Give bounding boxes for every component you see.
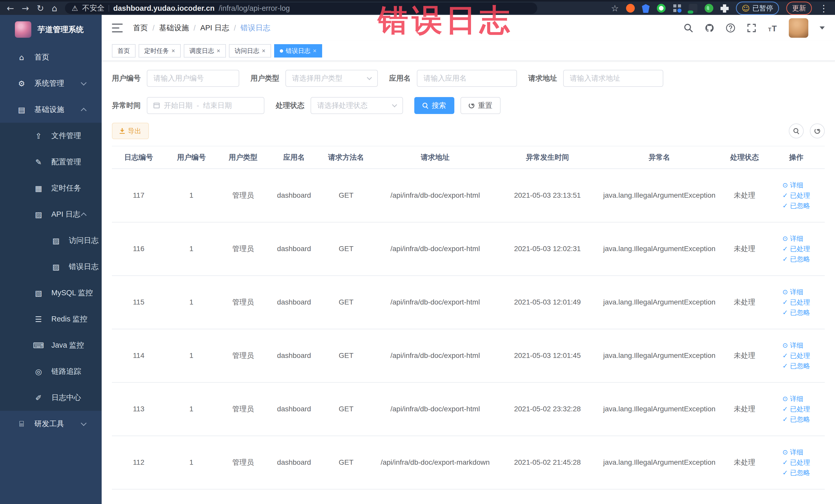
column-header: 请求地址 <box>373 146 497 169</box>
mark-ignored-link[interactable]: ✓ 已忽略 <box>782 363 810 369</box>
mark-processed-link[interactable]: ✓ 已处理 <box>782 192 810 199</box>
bookmark-star-icon[interactable]: ☆ <box>611 3 618 13</box>
tag[interactable]: 调度日志 × <box>184 44 226 58</box>
sidebar-item[interactable]: ⌂ 首页 <box>0 44 102 70</box>
sidebar-item[interactable]: ⚙ 系统管理 <box>0 70 102 97</box>
cell-request-url: /api/infra/db-doc/export-html <box>373 169 497 222</box>
sidebar-item-icon: ⚙ <box>16 79 27 88</box>
browser-menu-icon[interactable]: ⋮ <box>819 3 828 14</box>
paused-badge[interactable]: ☺ 已暂停 <box>736 2 779 15</box>
user-id-input[interactable] <box>147 70 239 87</box>
column-header: 用户类型 <box>218 146 269 169</box>
date-range-picker[interactable]: 开始日期 - 结束日期 <box>147 97 264 114</box>
sidebar-item[interactable]: ◎ 链路追踪 <box>0 358 102 385</box>
detail-link[interactable]: ⊙ 详细 <box>782 235 810 242</box>
font-size-icon[interactable]: TT <box>768 23 777 33</box>
cell-status: 未处理 <box>721 169 768 222</box>
detail-link[interactable]: ⊙ 详细 <box>782 182 810 188</box>
cell-user-type: 管理员 <box>218 382 269 436</box>
mark-ignored-link[interactable]: ✓ 已忽略 <box>782 416 810 423</box>
avatar-caret-icon[interactable] <box>820 26 825 29</box>
sidebar-item[interactable]: ⌸ 研发工具 <box>0 411 102 437</box>
detail-link[interactable]: ⊙ 详细 <box>782 288 810 295</box>
request-url-input[interactable] <box>563 70 663 87</box>
tag-close-icon[interactable]: × <box>313 48 317 54</box>
eye-icon: ⊙ <box>782 235 788 242</box>
tag[interactable]: 首页 <box>112 44 136 58</box>
tag[interactable]: 错误日志 × <box>274 44 322 58</box>
tag[interactable]: 定时任务 × <box>139 44 181 58</box>
eye-icon: ⊙ <box>782 288 788 295</box>
search-button[interactable]: 搜索 <box>414 97 454 114</box>
toggle-search-button[interactable] <box>789 123 804 138</box>
sidebar-item[interactable]: ▨ 访问日志 <box>0 227 102 254</box>
detail-link[interactable]: ⊙ 详细 <box>782 396 810 402</box>
sidebar-toggle-icon[interactable] <box>112 24 123 32</box>
extension-grid-icon[interactable] <box>673 4 681 13</box>
sidebar-item[interactable]: ☰ Redis 监控 <box>0 306 102 332</box>
sidebar-item-label: 配置管理 <box>51 157 81 167</box>
paused-badge-label: 已暂停 <box>752 4 773 13</box>
app-name-input[interactable] <box>417 70 517 87</box>
check-icon: ✓ <box>782 363 788 369</box>
user-type-select[interactable]: 请选择用户类型 <box>285 70 378 87</box>
extension-green-icon[interactable] <box>657 4 666 13</box>
sidebar-item[interactable]: ✎ 配置管理 <box>0 149 102 175</box>
sidebar-item[interactable]: ▨ 错误日志 <box>0 254 102 280</box>
help-icon[interactable] <box>726 23 735 33</box>
forward-icon[interactable]: → <box>22 4 29 13</box>
mark-ignored-link[interactable]: ✓ 已忽略 <box>782 256 810 262</box>
sidebar-item[interactable]: ▧ MySQL 监控 <box>0 280 102 306</box>
check-icon: ✓ <box>782 309 788 316</box>
detail-link[interactable]: ⊙ 详细 <box>782 342 810 349</box>
sidebar-item-icon: ⌸ <box>16 419 27 428</box>
tag[interactable]: 访问日志 × <box>229 44 271 58</box>
mark-processed-link[interactable]: ✓ 已处理 <box>782 459 810 466</box>
tag-close-icon[interactable]: × <box>262 48 265 54</box>
mark-ignored-link[interactable]: ✓ 已忽略 <box>782 309 810 316</box>
extension-leaf-icon[interactable] <box>705 4 713 13</box>
update-button[interactable]: 更新 <box>786 2 812 15</box>
home-icon[interactable]: ⌂ <box>52 4 58 13</box>
github-icon[interactable] <box>705 23 714 33</box>
fullscreen-icon[interactable] <box>747 23 756 33</box>
breadcrumb-home[interactable]: 首页 <box>133 23 148 33</box>
mark-ignored-link[interactable]: ✓ 已忽略 <box>782 469 810 476</box>
extension-shield-icon[interactable] <box>642 4 650 13</box>
extensions-puzzle-icon[interactable] <box>720 4 729 13</box>
back-icon[interactable]: ← <box>7 4 14 13</box>
divider <box>108 5 109 12</box>
search-icon[interactable] <box>684 23 693 33</box>
sidebar-item[interactable]: ▦ 定时任务 <box>0 175 102 201</box>
breadcrumb-api-log[interactable]: API 日志 <box>200 23 229 33</box>
user-avatar[interactable] <box>789 18 808 38</box>
sidebar-logo-row[interactable]: 芋道管理系统 <box>0 15 102 44</box>
user-id-label: 用户编号 <box>112 74 141 83</box>
cell-exception-time: 2021-05-03 12:01:49 <box>497 276 597 329</box>
sidebar-item[interactable]: ✐ 日志中心 <box>0 385 102 411</box>
sidebar-item-label: 链路追踪 <box>51 366 81 377</box>
refresh-table-button[interactable] <box>810 123 825 138</box>
mark-processed-link[interactable]: ✓ 已处理 <box>782 406 810 412</box>
reset-button[interactable]: 重置 <box>461 97 501 114</box>
sidebar-item[interactable]: ▨ API 日志 <box>0 201 102 227</box>
sidebar-item[interactable]: ⇪ 文件管理 <box>0 123 102 149</box>
sidebar-item-label: 文件管理 <box>51 131 81 141</box>
extension-adblock-icon[interactable] <box>626 4 635 13</box>
breadcrumb-infra[interactable]: 基础设施 <box>159 23 189 33</box>
mark-processed-link[interactable]: ✓ 已处理 <box>782 245 810 252</box>
tag-close-icon[interactable]: × <box>171 48 175 54</box>
detail-link[interactable]: ⊙ 详细 <box>782 449 810 456</box>
mark-ignored-link[interactable]: ✓ 已忽略 <box>782 202 810 209</box>
mark-processed-link[interactable]: ✓ 已处理 <box>782 299 810 305</box>
security-label[interactable]: 不安全 <box>82 3 104 13</box>
mark-processed-link[interactable]: ✓ 已处理 <box>782 352 810 359</box>
tag-close-icon[interactable]: × <box>217 48 220 54</box>
export-button[interactable]: 导出 <box>112 123 149 139</box>
sidebar-item[interactable]: ⌨ Java 监控 <box>0 332 102 358</box>
process-status-select[interactable]: 请选择处理状态 <box>311 97 403 114</box>
sidebar-item[interactable]: ▤ 基础设施 <box>0 97 102 123</box>
reload-icon[interactable]: ↻ <box>37 4 44 13</box>
address-bar[interactable]: ⚠ 不安全 dashboard.yudao.iocoder.cn/infra/l… <box>65 3 537 14</box>
extension-on-badge-icon[interactable] <box>689 4 697 13</box>
